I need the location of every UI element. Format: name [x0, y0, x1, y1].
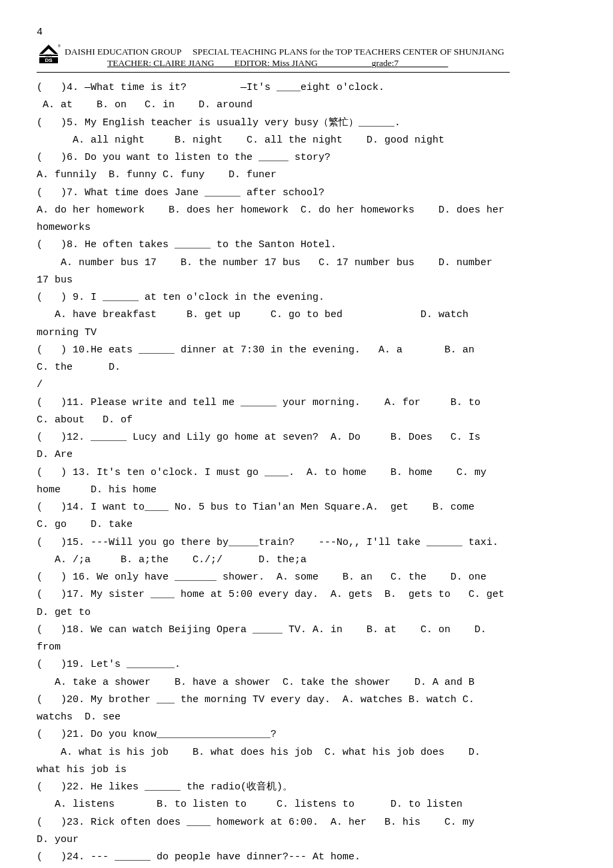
content-line: A. have breakfast B. get up C. go to bed… [37, 306, 510, 342]
header-text: DAISHI EDUCATION GROUP SPECIAL TEACHING … [65, 46, 504, 69]
plans-title: SPECIAL TEACHING PLANS for the TOP TEACH… [193, 47, 504, 57]
content-line: ( )5. My English teacher is usually very… [37, 115, 510, 132]
content-line: ( ) 10.He eats ______ dinner at 7:30 in … [37, 342, 510, 377]
content-line: A. /;a B. a;the C./;/ D. the;a [37, 552, 510, 569]
content-line: ( )17. My sister ____ home at 5:00 every… [37, 586, 510, 622]
teacher-label: TEACHER: CLAIRE JIANG [107, 58, 215, 68]
content-line: ( )4. —What time is it? —It's ____eight … [37, 79, 510, 97]
content-line: ( ) 9. I ______ at ten o'clock in the ev… [37, 289, 510, 306]
header-rule [37, 72, 510, 73]
content-line: A. listens B. to listen to C. listens to… [37, 796, 510, 813]
document-header: ® DS 戴氏 DAISHI EDUCATION GROUP SPECIAL T… [37, 43, 510, 69]
content-line: ( )12. ______ Lucy and Lily go home at s… [37, 429, 510, 464]
svg-text:DS: DS [45, 57, 53, 63]
content-line: ( )11. Please write and tell me ______ y… [37, 394, 510, 430]
content-line: ( ) 16. We only have _______ shower. A. … [37, 569, 510, 586]
exercise-content: ( )4. —What time is it? —It's ____eight … [37, 79, 510, 868]
content-line: A. funnily B. funny C. funy D. funer [37, 167, 510, 184]
content-line: ( )6. Do you want to listen to the _____… [37, 149, 510, 167]
content-line: A. number bus 17 B. the number 17 bus C.… [37, 254, 510, 290]
content-line: ( )22. He likes ______ the radio(收音机)。 [37, 779, 510, 796]
content-line: ( )8. He often takes ______ to the Santo… [37, 236, 510, 254]
content-line: ( )19. Let's ________. [37, 656, 510, 673]
content-line: ( )23. Rick often does ____ homework at … [37, 814, 510, 849]
editor-label: EDITOR: Miss JIANG [235, 58, 318, 68]
svg-text:®: ® [58, 44, 61, 49]
content-line: ( )20. My brother ___ the morning TV eve… [37, 691, 510, 727]
content-line: A. at B. on C. in D. around [37, 97, 510, 114]
content-line: A. all night B. night C. all the night D… [37, 132, 510, 149]
content-line: ( )24. --- ______ do people have dinner?… [37, 849, 510, 866]
content-line: ( )15. ---Will you go there by_____train… [37, 534, 510, 552]
content-line: / [37, 376, 510, 394]
svg-text:戴氏: 戴氏 [45, 53, 52, 58]
content-line: ( )7. What time does Jane ______ after s… [37, 185, 510, 202]
content-line: A. do her homework B. does her homework … [37, 202, 510, 237]
daishi-logo-icon: ® DS 戴氏 [37, 43, 61, 69]
content-line: ( ) 13. It's ten o'clock. I must go ____… [37, 464, 510, 500]
grade-label: grade:7 [372, 58, 398, 68]
content-line: A. take a shower B. have a shower C. tak… [37, 674, 510, 691]
org-name: DAISHI EDUCATION GROUP [65, 47, 181, 57]
content-line: A. what is his job B. what does his job … [37, 744, 510, 779]
content-line: ( )18. We can watch Beijing Opera _____ … [37, 622, 510, 657]
content-line: ( )21. Do you know___________________? [37, 726, 510, 743]
page-number-top: 4 [37, 27, 510, 38]
page: 4 ® DS 戴氏 DAISHI EDUCATION GROUP SPECIAL… [0, 0, 543, 868]
content-line: ( )14. I want to____ No. 5 bus to Tian'a… [37, 499, 510, 534]
